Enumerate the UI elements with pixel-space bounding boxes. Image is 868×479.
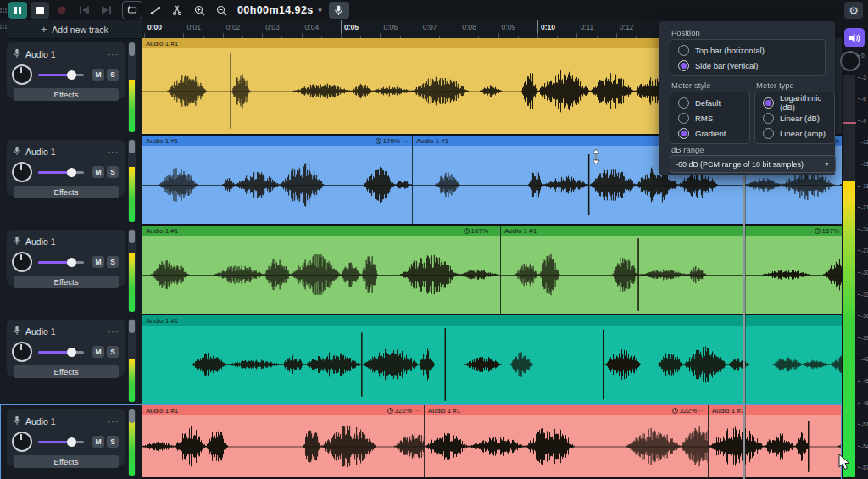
track-menu-button[interactable]: ··· (108, 148, 119, 157)
meter-bar-right (849, 75, 855, 477)
microphone-button[interactable] (329, 2, 349, 19)
slider-thumb[interactable] (67, 70, 76, 80)
settings-button[interactable]: ⚙ (844, 2, 863, 19)
meter-type-option[interactable]: Linear (amp) (755, 125, 834, 141)
track-header-card[interactable]: Audio 1···MSEffects (7, 230, 125, 286)
db-range-section-label: dB range (671, 145, 704, 154)
solo-button[interactable]: S (107, 69, 119, 81)
pause-icon (14, 6, 22, 14)
db-range-select[interactable]: -60 dB (PCM range of 10 bit samples) ▼ (670, 155, 836, 173)
meter-scale-label: -18 (861, 183, 868, 189)
audio-clip[interactable]: Audio 1 #1322%··· (142, 405, 424, 477)
clip-more-button[interactable]: ··· (402, 137, 409, 145)
mute-button[interactable]: M (92, 69, 104, 81)
meter-style-option[interactable]: Gradient (670, 125, 749, 141)
clock-icon (464, 228, 470, 234)
slider-thumb[interactable] (67, 168, 76, 177)
meter-style-option[interactable]: Default (670, 95, 749, 110)
cut-icon (172, 5, 182, 15)
time-display-dropdown[interactable]: 00h00m14.92s ▼ (237, 4, 324, 16)
solo-button[interactable]: S (107, 166, 119, 178)
track-meter-handle[interactable] (129, 320, 135, 333)
mute-button[interactable]: M (92, 166, 104, 178)
waveform-canvas (142, 48, 737, 134)
clip-more-button[interactable]: ··· (698, 407, 705, 415)
audio-clip[interactable]: Audio 1 #1 (142, 315, 842, 404)
solo-button[interactable]: S (107, 436, 119, 448)
cut-button[interactable] (168, 2, 186, 19)
effects-button[interactable]: Effects (14, 365, 119, 378)
track-volume-slider[interactable] (38, 351, 84, 354)
speaker-button[interactable] (844, 28, 865, 47)
meter-type-option[interactable]: Logarithmic (dB) (755, 95, 834, 110)
audio-clip[interactable]: Audio 1 #1 (142, 38, 737, 134)
envelope-tool-button[interactable] (146, 2, 164, 19)
position-option[interactable]: Side bar (vertical) (670, 58, 825, 73)
track-header-card[interactable]: Audio 1···MSEffects (7, 409, 125, 465)
track-mic-icon (14, 414, 20, 429)
audio-clip[interactable]: Audio 1 #1 (708, 405, 843, 477)
effects-button[interactable]: Effects (14, 276, 119, 288)
track-header-card[interactable]: Audio 1···MSEffects (7, 140, 125, 196)
track-menu-button[interactable]: ··· (108, 417, 119, 426)
track-volume-slider[interactable] (38, 261, 84, 264)
track-menu-button[interactable]: ··· (108, 327, 119, 337)
add-new-track-button[interactable]: + Add new track (7, 20, 142, 39)
skip-forward-button[interactable] (97, 2, 115, 19)
ruler-label: 0:08 (462, 23, 476, 31)
loop-button[interactable] (122, 1, 142, 19)
track-name: Audio 1 (25, 237, 56, 247)
meter-scale-tick (858, 120, 860, 121)
track-meter-handle[interactable] (129, 230, 135, 243)
skip-back-button[interactable] (75, 2, 93, 19)
mute-button[interactable]: M (92, 256, 104, 268)
track-menu-button[interactable]: ··· (108, 50, 119, 59)
mute-button[interactable]: M (92, 346, 104, 358)
master-volume-knob[interactable] (840, 51, 860, 71)
slider-thumb[interactable] (67, 348, 76, 357)
clip-more-button[interactable]: ··· (490, 227, 497, 235)
waveform-canvas (142, 415, 424, 477)
audio-clip[interactable]: Audio 1 #1167% (500, 226, 843, 314)
track-header-card[interactable]: Audio 1···MSEffects (7, 42, 125, 98)
track-header-card[interactable]: Audio 1···MSEffects (7, 320, 125, 376)
mute-button[interactable]: M (92, 436, 104, 448)
effects-button[interactable]: Effects (14, 455, 119, 468)
meter-type-option[interactable]: Linear (dB) (755, 110, 834, 125)
solo-button[interactable]: S (107, 256, 119, 268)
solo-button[interactable]: S (107, 346, 119, 358)
track-gain-knob[interactable] (12, 342, 32, 362)
track-name: Audio 1 (25, 326, 56, 337)
audio-clip[interactable]: Audio 1 #1167%··· (142, 226, 500, 314)
effects-button[interactable]: Effects (14, 88, 119, 101)
zoom-in-button[interactable] (190, 2, 209, 19)
pause-button[interactable] (8, 2, 27, 19)
clip-more-button[interactable]: ··· (414, 407, 420, 415)
track-meter-handle[interactable] (129, 140, 135, 153)
track-gain-knob[interactable] (12, 64, 32, 85)
meter-scale-label: -12 (861, 139, 868, 145)
track-volume-slider[interactable] (38, 171, 84, 174)
zoom-out-button[interactable] (212, 2, 231, 19)
track-volume-slider[interactable] (38, 74, 84, 76)
toolbar-drag-handle[interactable] (0, 8, 7, 13)
meter-scale-tick (858, 229, 860, 230)
audio-clip[interactable]: Audio 1 #1322%··· (424, 405, 709, 477)
position-option[interactable]: Top bar (horizontal) (670, 42, 825, 58)
audio-clip[interactable]: Audio 1 #1179%··· (142, 136, 412, 224)
record-button[interactable] (53, 2, 71, 19)
effects-button[interactable]: Effects (14, 186, 119, 198)
track-gain-knob[interactable] (12, 162, 32, 182)
track-volume-slider[interactable] (38, 441, 84, 443)
track-meter-handle[interactable] (129, 42, 135, 56)
track-menu-button[interactable]: ··· (108, 237, 119, 247)
track-gain-knob[interactable] (12, 432, 32, 452)
stop-button[interactable] (31, 2, 49, 19)
panel-drag-handle[interactable] (0, 25, 7, 29)
track-meter-handle[interactable] (129, 409, 135, 423)
track-gain-knob[interactable] (12, 252, 32, 272)
chevron-down-icon: ▼ (824, 161, 830, 167)
slider-thumb[interactable] (67, 258, 76, 267)
slider-thumb[interactable] (67, 437, 76, 447)
meter-style-option[interactable]: RMS (670, 110, 749, 125)
